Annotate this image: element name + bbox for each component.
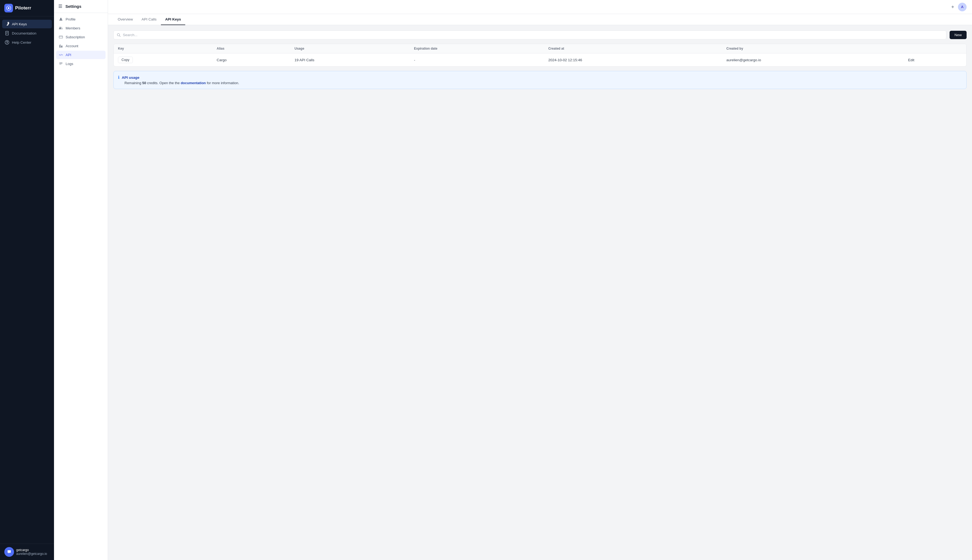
left-nav: API Keys Documentation Help Center [0,17,54,543]
col-key: Key [114,44,212,53]
info-text-middle: credits. Open the the [146,81,181,85]
toolbar: New [114,30,967,39]
sidebar-email: aurelien@getcargo.io [16,552,47,556]
members-icon [59,26,63,30]
settings-nav-account[interactable]: Account [56,42,105,50]
tabs-bar: Overview API Calls API Keys [108,14,972,25]
doc-icon [5,31,9,35]
copy-key-button[interactable]: Copy [118,57,133,63]
info-icon: ℹ [118,75,120,80]
sidebar-item-documentation-label: Documentation [12,31,37,35]
cell-key: Copy [114,53,212,67]
settings-sidebar: ☰ Settings Profile Members Subscription … [54,0,108,560]
info-box-header: ℹ API usage [118,75,962,80]
settings-nav: Profile Members Subscription Account API… [54,13,108,70]
topbar: ✦ A [108,0,972,14]
sidebar-item-help-center-label: Help Center [12,40,31,45]
edit-button[interactable]: Edit [908,58,914,62]
svg-line-8 [119,36,120,37]
table-header-row: Key Alias Usage Expiration date Created … [114,44,966,53]
table-row: Copy Cargo 19 API Calls - 2024-10-02 12:… [114,53,966,67]
app-name: Piloterr [15,5,31,11]
tab-api-keys[interactable]: API Keys [161,14,186,25]
search-icon [117,33,121,37]
col-usage: Usage [290,44,410,53]
settings-nav-members[interactable]: Members [56,24,105,32]
info-box-body: Remaining 50 credits. Open the the docum… [124,81,962,85]
cell-created-by: aurelien@getcargo.io [722,53,904,67]
help-icon [5,40,9,45]
svg-rect-5 [59,36,63,38]
sidebar-company: getcargo [16,548,47,552]
content-area: New Key Alias Usage Expiration date Crea… [108,25,972,560]
col-actions [904,44,966,53]
sidebar-bottom: getcargo aurelien@getcargo.io [0,543,54,560]
settings-title: ☰ Settings [54,0,108,13]
info-text-before: Remaining [124,81,142,85]
svg-point-7 [117,33,120,36]
info-text-after: for more information. [206,81,239,85]
documentation-link[interactable]: documentation [181,81,206,85]
svg-point-3 [59,27,61,28]
main-content: ✦ A Overview API Calls API Keys New [108,0,972,560]
search-input[interactable] [123,33,943,37]
key-icon [5,22,9,26]
api-keys-table: Key Alias Usage Expiration date Created … [114,44,967,67]
settings-nav-subscription[interactable]: Subscription [56,33,105,41]
cell-alias: Cargo [212,53,290,67]
user-icon [59,17,63,21]
topbar-right: ✦ A [951,3,967,11]
left-sidebar: Piloterr API Keys Documentation Help Cen… [0,0,54,560]
search-box [114,30,946,39]
new-button[interactable]: New [950,31,967,39]
cell-created-at: 2024-10-02 12:15:46 [544,53,722,67]
col-alias: Alias [212,44,290,53]
col-expiration: Expiration date [410,44,544,53]
sparkle-icon[interactable]: ✦ [951,4,955,10]
app-logo[interactable]: Piloterr [0,0,54,17]
sidebar-user-info: getcargo aurelien@getcargo.io [16,548,47,556]
api-usage-info-box: ℹ API usage Remaining 50 credits. Open t… [114,71,967,89]
chat-bubble-button[interactable] [4,547,14,557]
settings-nav-api[interactable]: API [56,51,105,59]
cell-usage: 19 API Calls [290,53,410,67]
settings-nav-logs[interactable]: Logs [56,60,105,68]
cell-expiration: - [410,53,544,67]
sidebar-item-help-center[interactable]: Help Center [2,38,52,47]
logo-icon [4,4,13,12]
hamburger-icon[interactable]: ☰ [59,4,62,8]
avatar[interactable]: A [958,3,967,11]
sidebar-item-api-keys[interactable]: API Keys [2,20,52,28]
cell-action: Edit [904,53,966,67]
info-credits: 50 [142,81,146,85]
tab-overview[interactable]: Overview [114,14,137,25]
col-created-at: Created at [544,44,722,53]
col-created-by: Created by [722,44,904,53]
svg-point-4 [61,27,62,28]
sidebar-item-documentation[interactable]: Documentation [2,29,52,37]
chat-icon [7,550,11,554]
building-icon [59,44,63,48]
logs-icon [59,62,63,66]
info-box-title: API usage [122,75,139,80]
settings-nav-profile[interactable]: Profile [56,15,105,23]
tab-api-calls[interactable]: API Calls [137,14,161,25]
subscription-icon [59,35,63,39]
svg-point-1 [8,7,10,9]
table: Key Alias Usage Expiration date Created … [114,44,966,67]
api-icon [59,53,63,57]
sidebar-item-api-keys-label: API Keys [12,22,27,26]
